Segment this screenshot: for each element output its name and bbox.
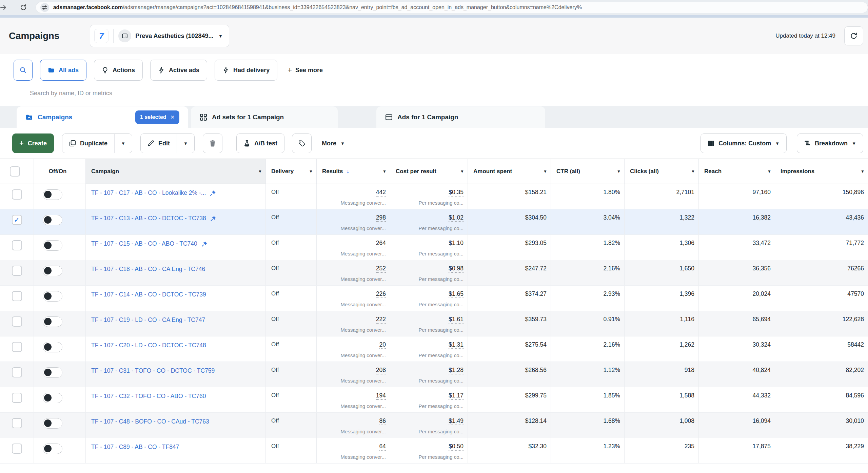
address-bar[interactable]: adsmanager.facebook.com/adsmanager/manag… (36, 2, 868, 13)
column-header-off-on[interactable]: Off/On (34, 159, 86, 184)
column-header-cost-per-result[interactable]: Cost per result▼ (390, 159, 468, 184)
columns-button[interactable]: Columns: Custom ▼ (701, 133, 787, 153)
search-filter-button[interactable] (14, 60, 33, 81)
results-value[interactable]: 264 (376, 240, 386, 247)
delete-button[interactable] (203, 133, 222, 153)
column-header-reach[interactable]: Reach▼ (699, 159, 775, 184)
column-header-delivery[interactable]: Delivery▼ (266, 159, 317, 184)
amount-spent-cell: $299.75 (468, 387, 551, 412)
campaign-name-link[interactable]: TF - 107 - C14 - AB - CO - DCTOC - TC739 (91, 291, 206, 298)
ab-test-button[interactable]: A/B test (236, 133, 284, 153)
row-checkbox[interactable]: ✓ (12, 215, 22, 225)
edit-button[interactable]: Edit (141, 134, 177, 153)
results-value[interactable]: 298 (376, 214, 386, 222)
results-value[interactable]: 194 (376, 392, 386, 400)
column-header-ctr[interactable]: CTR (all)▼ (551, 159, 625, 184)
cost-per-result-value[interactable]: $0.50 (449, 443, 463, 451)
ad-account-selector[interactable]: 7 Preva Aesthetics (102849... ▼ (90, 25, 229, 47)
cost-per-result-value[interactable]: $0.35 (449, 189, 463, 197)
cost-per-result-value[interactable]: $1.65 (449, 290, 463, 298)
cost-per-result-value[interactable]: $1.49 (449, 417, 463, 425)
select-all-checkbox[interactable] (0, 159, 34, 184)
refresh-button[interactable] (844, 26, 863, 45)
row-checkbox[interactable]: ✓ (12, 266, 22, 276)
row-checkbox[interactable]: ✓ (12, 291, 22, 301)
create-button[interactable]: + Create (12, 133, 54, 153)
campaign-name-link[interactable]: TF - 107 - C20 - LD - CO - DCTOC - TC748 (91, 342, 206, 349)
column-header-impressions[interactable]: Impressions▼ (775, 159, 868, 184)
cost-per-result-value[interactable]: $1.17 (449, 392, 463, 400)
row-checkbox[interactable]: ✓ (12, 367, 22, 377)
campaign-toggle[interactable] (43, 393, 62, 403)
results-value[interactable]: 64 (379, 443, 386, 451)
site-settings-icon[interactable] (40, 3, 49, 12)
filter-chip-had-delivery[interactable]: Had delivery (215, 60, 277, 81)
cost-per-result-value[interactable]: $0.98 (449, 265, 463, 273)
campaign-toggle[interactable] (43, 266, 62, 276)
see-more-button[interactable]: + See more (288, 66, 323, 75)
tab-ads[interactable]: Ads for 1 Campaign (376, 106, 545, 128)
cost-per-result-value[interactable]: $1.02 (449, 214, 463, 222)
amount-spent-cell: $158.21 (468, 184, 551, 209)
campaign-name-link[interactable]: TF - 107 - C48 - BOFO - CO - CAud - TC76… (91, 418, 209, 425)
duplicate-button[interactable]: Duplicate (62, 134, 114, 153)
campaign-toggle[interactable] (43, 189, 62, 200)
results-value[interactable]: 208 (376, 367, 386, 374)
search-input[interactable]: Search by name, ID or metrics (30, 81, 868, 106)
duplicate-dropdown[interactable]: ▼ (114, 134, 132, 153)
campaign-toggle[interactable] (43, 418, 62, 429)
campaign-name-link[interactable]: TF - 107 - C15 - AB - CO - ABO - TC740 (91, 240, 197, 247)
tab-ad-sets[interactable]: Ad sets for 1 Campaign (191, 106, 338, 128)
campaign-name-link[interactable]: TF - 107 - C18 - AB - CO - CA Eng - TC74… (91, 266, 205, 273)
more-button[interactable]: More ▼ (315, 133, 352, 153)
results-value[interactable]: 222 (376, 316, 386, 324)
row-checkbox[interactable]: ✓ (12, 240, 22, 250)
column-header-amount-spent[interactable]: Amount spent▼ (468, 159, 551, 184)
clear-selection-icon[interactable]: ✕ (170, 114, 175, 120)
campaign-toggle[interactable] (43, 342, 62, 352)
campaign-toggle[interactable] (43, 316, 62, 327)
reload-icon[interactable] (17, 1, 29, 14)
tag-button[interactable] (292, 133, 312, 153)
edit-dropdown[interactable]: ▼ (177, 134, 194, 153)
campaign-toggle[interactable] (43, 291, 62, 302)
column-header-clicks[interactable]: Clicks (all)▼ (625, 159, 699, 184)
campaign-toggle[interactable] (43, 367, 62, 378)
campaign-name-link[interactable]: TF - 107 - C19 - LD - CO - CA Eng - TC74… (91, 316, 205, 324)
campaign-name-link[interactable]: TF - 107 - C31 - TOFO - CO - DCTOC - TC7… (91, 367, 215, 374)
campaign-toggle[interactable] (43, 240, 62, 251)
cost-per-result-value[interactable]: $1.61 (449, 316, 463, 324)
cost-per-result-value[interactable]: $1.31 (449, 341, 463, 349)
results-value[interactable]: 86 (379, 417, 386, 425)
column-header-campaign[interactable]: Campaign▼ (86, 159, 266, 184)
cost-per-result-value[interactable]: $1.28 (449, 367, 463, 374)
row-checkbox[interactable]: ✓ (12, 444, 22, 454)
filter-chip-active-ads[interactable]: Active ads (150, 60, 207, 81)
filter-chip-actions[interactable]: Actions (94, 60, 143, 81)
campaign-name-link[interactable]: TF - 107 - C89 - AB - CO - TF847 (91, 444, 179, 451)
amount-spent-value: $275.54 (525, 341, 547, 348)
amount-spent-value: $293.05 (525, 240, 547, 246)
filter-chip-all-ads[interactable]: All ads (40, 60, 86, 81)
column-header-results[interactable]: Results↓▼ (317, 159, 390, 184)
row-checkbox[interactable]: ✓ (12, 418, 22, 428)
campaign-name-link[interactable]: TF - 107 - C32 - TOFO - CO - ABO - TC760 (91, 393, 206, 400)
campaign-toggle[interactable] (43, 444, 62, 454)
results-value[interactable]: 226 (376, 290, 386, 298)
row-checkbox[interactable]: ✓ (12, 393, 22, 403)
row-checkbox[interactable]: ✓ (12, 316, 22, 327)
results-value[interactable]: 20 (379, 341, 386, 349)
selected-count-badge[interactable]: 1 selected ✕ (135, 110, 179, 124)
breakdown-button[interactable]: Breakdown ▼ (797, 133, 863, 153)
campaign-name-link[interactable]: TF - 107 - C13 - AB - CO - DCTOC - TC738 (91, 215, 206, 222)
tab-campaigns[interactable]: Campaigns 1 selected ✕ (17, 106, 188, 128)
forward-arrow-icon[interactable] (0, 1, 9, 14)
results-type: Messaging conver... (322, 225, 386, 231)
results-value[interactable]: 442 (376, 189, 386, 197)
row-checkbox[interactable]: ✓ (12, 342, 22, 352)
results-value[interactable]: 252 (376, 265, 386, 273)
row-checkbox[interactable]: ✓ (12, 189, 22, 200)
campaign-toggle[interactable] (43, 215, 62, 225)
cost-per-result-value[interactable]: $1.10 (449, 240, 463, 247)
campaign-name-link[interactable]: TF - 107 - C17 - AB - CO - Lookalike 2% … (91, 189, 206, 197)
